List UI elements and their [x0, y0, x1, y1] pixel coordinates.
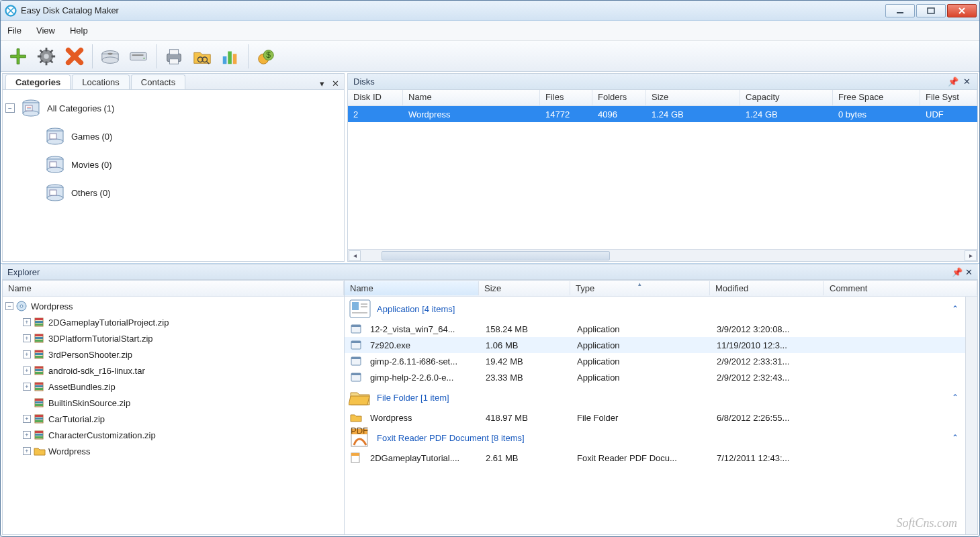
tree-archive[interactable]: +AssetBundles.zip — [23, 379, 341, 395]
scan-drive-button[interactable] — [125, 44, 152, 69]
svg-rect-1 — [897, 12, 903, 13]
scroll-left-icon[interactable]: ◂ — [349, 250, 361, 261]
svg-rect-101 — [351, 453, 359, 456]
col-size[interactable]: Size — [479, 281, 570, 295]
svg-text:$: $ — [266, 50, 271, 59]
col-folders[interactable]: Folders — [592, 90, 646, 105]
tree-item-others[interactable]: Others (0) — [44, 179, 341, 207]
collapse-icon[interactable]: − — [5, 302, 13, 310]
tree-archive[interactable]: +3rdPersonShooter.zip — [23, 346, 341, 362]
tree-label: Others (0) — [71, 188, 111, 198]
tree-archive[interactable]: BuiltinSkinSource.zip — [23, 395, 341, 411]
expand-icon[interactable]: + — [23, 318, 31, 326]
archive-icon — [34, 333, 46, 344]
disks-header[interactable]: Disk ID Name Files Folders Size Capacity… — [348, 90, 977, 106]
tab-categories[interactable]: Categories — [5, 75, 71, 89]
tree-item-movies[interactable]: Movies (0) — [44, 150, 341, 179]
tree-archive[interactable]: +CharacterCustomization.zip — [23, 427, 341, 443]
purchase-button[interactable]: $ — [253, 44, 279, 69]
expand-icon[interactable]: + — [23, 447, 31, 455]
scroll-thumb[interactable] — [382, 251, 610, 260]
pin-icon[interactable]: 📌 — [952, 267, 963, 277]
category-tree[interactable]: − All Categories (1) Games (0) Movies (0… — [3, 90, 344, 261]
file-row[interactable]: 12-2_vista_win7_64...158.24 MBApplicatio… — [345, 321, 977, 337]
collapse-group-icon[interactable]: ⌃ — [952, 393, 959, 402]
tree-archive[interactable]: +CarTutorial.zip — [23, 411, 341, 427]
explorer-file-panel: Name Size ▴Type Modified Comment Applica… — [345, 280, 978, 535]
col-name[interactable]: Name — [345, 281, 479, 295]
stats-button[interactable] — [217, 44, 244, 69]
col-diskid[interactable]: Disk ID — [348, 90, 403, 105]
file-row[interactable]: gimp-help-2-2.6.0-e...23.33 MBApplicatio… — [345, 369, 977, 385]
filelist-header[interactable]: Name Size ▴Type Modified Comment — [345, 281, 977, 297]
file-row[interactable]: Wordpress 418.97 MB File Folder 6/8/2012… — [345, 409, 977, 426]
disks-body[interactable]: 2 Wordpress 14772 4096 1.24 GB 1.24 GB 0… — [348, 106, 977, 249]
tree-root[interactable]: − All Categories (1) — [5, 94, 341, 122]
close-button[interactable] — [947, 4, 977, 17]
filelist-vscroll[interactable] — [965, 297, 977, 534]
col-filesystem[interactable]: File Syst — [920, 90, 977, 105]
delete-button[interactable] — [61, 44, 88, 69]
titlebar[interactable]: Easy Disk Catalog Maker — [1, 1, 979, 21]
menu-file[interactable]: File — [7, 26, 21, 36]
scroll-right-icon[interactable]: ▸ — [965, 250, 977, 261]
collapse-icon[interactable]: − — [5, 103, 15, 113]
col-name[interactable]: Name — [403, 90, 540, 105]
expand-icon[interactable]: + — [23, 334, 31, 342]
tab-contacts[interactable]: Contacts — [131, 75, 185, 89]
file-row[interactable]: 7z920.exe1.06 MBApplication11/19/2010 12… — [345, 337, 977, 353]
panel-close-icon[interactable]: ✕ — [961, 77, 972, 87]
tree-folder[interactable]: + Wordpress — [23, 443, 341, 459]
archive-icon — [34, 349, 46, 360]
expand-icon[interactable]: + — [23, 415, 31, 423]
expand-icon[interactable]: + — [23, 367, 31, 375]
scan-disc-button[interactable] — [97, 44, 124, 69]
file-list[interactable]: Application [4 items] ⌃ 12-2_vista_win7_… — [345, 297, 977, 534]
settings-button[interactable] — [33, 44, 60, 69]
expand-icon[interactable]: + — [23, 431, 31, 439]
tree-root-disk[interactable]: − Wordpress — [5, 298, 341, 314]
menu-view[interactable]: View — [36, 26, 55, 36]
file-row[interactable]: gimp-2.6.11-i686-set...19.42 MBApplicati… — [345, 353, 977, 369]
search-folder-button[interactable] — [189, 44, 216, 69]
disk-row[interactable]: 2 Wordpress 14772 4096 1.24 GB 1.24 GB 0… — [348, 106, 977, 122]
col-size[interactable]: Size — [646, 90, 740, 105]
disks-hscroll[interactable]: ◂ ▸ — [348, 249, 977, 261]
print-button[interactable] — [161, 44, 187, 69]
file-row[interactable]: 2DGameplayTutorial.... 2.61 MB Foxit Rea… — [345, 450, 977, 466]
col-files[interactable]: Files — [540, 90, 592, 105]
menu-help[interactable]: Help — [70, 26, 88, 36]
tab-dropdown-icon[interactable]: ▾ — [316, 77, 328, 89]
col-type[interactable]: ▴Type — [570, 281, 710, 295]
tab-close-icon[interactable]: ✕ — [329, 77, 341, 89]
panel-close-icon[interactable]: ✕ — [965, 267, 973, 277]
group-application[interactable]: Application [4 items] ⌃ — [345, 297, 977, 321]
collapse-group-icon[interactable]: ⌃ — [952, 433, 959, 442]
tree-item-games[interactable]: Games (0) — [44, 122, 341, 150]
app-window: Easy Disk Catalog Maker File View Help $ — [0, 0, 980, 537]
svg-rect-90 — [351, 325, 361, 327]
col-comment[interactable]: Comment — [824, 281, 977, 295]
tree-archive[interactable]: +2DGameplayTutorialProject.zip — [23, 314, 341, 330]
add-button[interactable] — [5, 44, 32, 69]
svg-rect-62 — [35, 353, 43, 355]
svg-rect-21 — [169, 49, 178, 54]
col-name[interactable]: Name — [3, 281, 344, 295]
expand-icon[interactable]: + — [23, 350, 31, 358]
group-folder[interactable]: File Folder [1 item] ⌃ — [345, 385, 977, 409]
group-pdf[interactable]: PDF Foxit Reader PDF Document [8 items] … — [345, 426, 977, 450]
col-modified[interactable]: Modified — [710, 281, 824, 295]
col-freespace[interactable]: Free Space — [833, 90, 920, 105]
svg-line-11 — [50, 50, 53, 52]
expand-icon[interactable]: + — [23, 383, 31, 391]
explorer-tree[interactable]: − Wordpress +2DGameplayTutorialProject.z… — [3, 297, 344, 534]
col-capacity[interactable]: Capacity — [740, 90, 833, 105]
svg-rect-45 — [50, 162, 56, 167]
pin-icon[interactable]: 📌 — [948, 77, 959, 87]
collapse-group-icon[interactable]: ⌃ — [952, 304, 959, 313]
tree-archive[interactable]: +android-sdk_r16-linux.tar — [23, 362, 341, 379]
maximize-button[interactable] — [916, 4, 946, 17]
tree-archive[interactable]: +3DPlatformTutorialStart.zip — [23, 330, 341, 346]
minimize-button[interactable] — [885, 4, 915, 17]
tab-locations[interactable]: Locations — [72, 75, 130, 89]
